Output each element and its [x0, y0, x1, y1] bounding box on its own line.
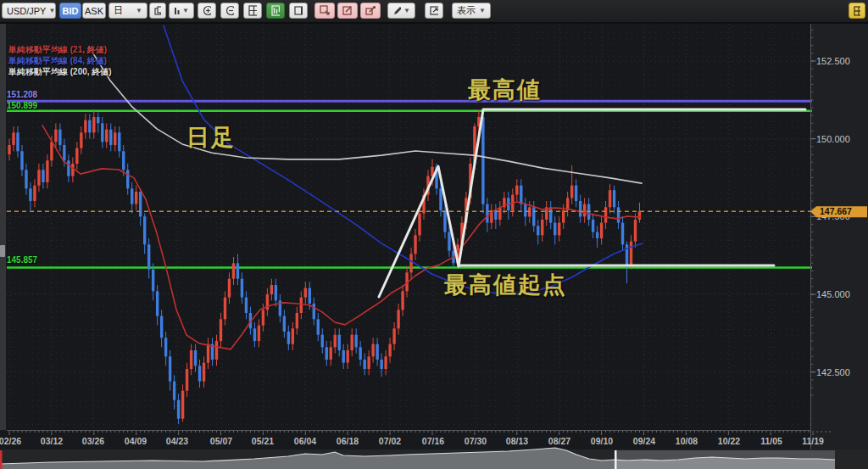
new-order-tool-button[interactable]	[314, 3, 335, 19]
panel-right-icon	[294, 5, 303, 16]
export-window-icon	[430, 5, 438, 16]
order-edit-icon	[342, 5, 353, 16]
bid-button[interactable]: BID	[59, 3, 81, 19]
navigator-left-handle[interactable]	[615, 450, 617, 469]
bar-chart-icon	[174, 6, 180, 15]
x-tick-label: 11/05	[760, 436, 782, 446]
annotation-high-origin[interactable]: 最高値起点	[444, 270, 567, 300]
left-gutter-scrollbar[interactable]	[0, 24, 6, 430]
candlestick-chart: 152.500150.000147.500145.000142.50002/26…	[0, 0, 868, 469]
chevron-down-icon: ▼	[403, 8, 410, 14]
navigator[interactable]	[0, 448, 868, 469]
level-label-150899: 150.899	[7, 101, 37, 110]
chevron-down-icon: ▼	[136, 8, 142, 14]
x-tick-label: 07/16	[422, 436, 444, 446]
currency-pair-label: USD/JPY	[7, 6, 46, 16]
y-tick-label: 145.000	[816, 289, 850, 299]
edit-order-tool-button[interactable]	[337, 3, 358, 19]
x-tick-label: 05/07	[210, 436, 232, 446]
x-tick-label: 11/19	[802, 436, 824, 446]
x-tick-label: 03/26	[82, 436, 104, 446]
chart-type-button[interactable]: ▼	[169, 3, 194, 19]
timeframe-select[interactable]: 日 ▼	[108, 3, 147, 19]
order-box-icon	[320, 5, 330, 16]
x-tick-label: 03/12	[41, 436, 63, 446]
ask-button[interactable]: ASK	[82, 3, 106, 19]
toolbar: USD/JPY ▼ BID ASK 日 ▼ ▼	[0, 0, 868, 24]
x-tick-label: 08/27	[548, 436, 570, 446]
x-tick-label: 07/30	[465, 436, 487, 446]
compare-icon	[154, 6, 161, 16]
close-order-tool-button[interactable]	[360, 3, 381, 19]
chevron-down-icon: ▼	[479, 8, 486, 14]
zoom-in-button[interactable]	[198, 3, 216, 19]
layout-grid-button[interactable]	[849, 3, 865, 19]
side-panel-button[interactable]	[289, 3, 308, 19]
x-tick-label: 04/23	[166, 436, 188, 446]
x-tick-label: 06/18	[337, 436, 359, 446]
x-tick-label: 09/24	[633, 436, 655, 446]
level-label-151208: 151.208	[7, 90, 37, 99]
draw-tool-button[interactable]: ▼	[387, 3, 415, 19]
screenshot-button[interactable]	[425, 3, 443, 19]
x-tick-label: 10/22	[718, 436, 740, 446]
x-tick-label: 02/26	[0, 436, 21, 446]
y-tick-label: 152.500	[816, 56, 850, 66]
zoom-in-icon	[203, 5, 211, 16]
x-tick-label: 09/10	[591, 436, 613, 446]
legend-sma84: 単純移動平均線 (84, 終値)	[8, 55, 107, 67]
candle-grid-icon	[271, 5, 280, 16]
x-tick-label: 05/21	[252, 436, 274, 446]
fit-chart-button[interactable]	[243, 3, 262, 19]
left-gutter-handle[interactable]	[0, 245, 5, 257]
auto-scale-button-active[interactable]	[266, 3, 285, 19]
plot-area[interactable]	[7, 24, 810, 430]
display-menu-button[interactable]: 表示 ▼	[452, 3, 491, 19]
navigator-selection[interactable]	[616, 450, 835, 469]
legend-sma200: 単純移動平均線 (200, 終値)	[8, 66, 112, 78]
x-tick-label: 10/08	[676, 436, 698, 446]
annotation-timeframe[interactable]: 日足	[186, 122, 236, 153]
order-link-icon	[365, 5, 376, 16]
fit-window-icon	[248, 5, 257, 16]
grid-layout-icon	[854, 6, 860, 16]
x-tick-label: 08/13	[506, 436, 528, 446]
zoom-out-icon	[225, 5, 234, 16]
y-tick-label: 142.500	[816, 367, 850, 377]
chevron-down-icon: ▼	[182, 8, 189, 14]
current-price-label: 147.667	[820, 206, 852, 216]
currency-pair-select[interactable]: USD/JPY ▼	[2, 3, 56, 19]
level-label-145857: 145.857	[7, 255, 37, 265]
zoom-out-button[interactable]	[220, 3, 239, 19]
trading-app-window: 152.500150.000147.500145.000142.50002/26…	[0, 0, 868, 469]
compare-button[interactable]	[149, 3, 166, 19]
x-tick-label: 06/04	[294, 436, 316, 446]
annotation-high[interactable]: 最高値	[468, 75, 542, 105]
y-tick-label: 150.000	[816, 134, 850, 144]
pencil-icon	[392, 5, 401, 16]
legend-sma21: 単純移動平均線 (21, 終値)	[8, 44, 107, 56]
x-tick-label: 04/09	[125, 436, 147, 446]
navigator-range-start-handle[interactable]	[0, 450, 3, 469]
x-tick-label: 07/02	[379, 436, 401, 446]
price-axis-panel	[811, 24, 868, 449]
chevron-down-icon: ▼	[48, 8, 55, 14]
